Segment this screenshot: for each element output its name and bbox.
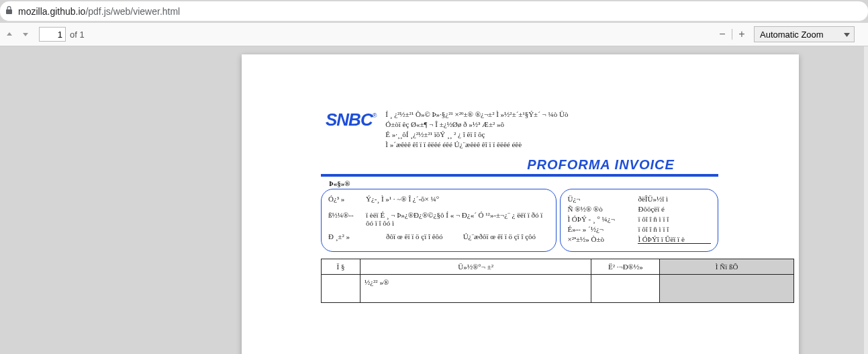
title-bars — [242, 174, 799, 177]
page-number-input[interactable] — [39, 27, 66, 42]
shipdate-label: Ì ÓÞÝ - ¸ ° ¼¿¬ — [567, 215, 638, 223]
chevron-down-icon — [844, 31, 850, 38]
shipdate-value: ï ôî î ñ ì ï î — [638, 215, 711, 223]
url-text[interactable]: mozilla.github.io/pdf.js/web/viewer.html — [18, 5, 180, 17]
next-page-button[interactable] — [17, 26, 34, 42]
order-value: Ðôöçëï é — [638, 205, 711, 213]
buyer-label: Þ«§»® — [329, 179, 799, 187]
invoice-header: SNBC® Í ¸ ¿²½±²¹ Ò»© Þ»·§¿²¹ ×²º±® ®¿¬±²… — [242, 54, 799, 149]
total-header: Ì Ñï ßÔ — [660, 259, 794, 275]
buyer-phone-value: ðôï œ êï ï ö çï î êôó — [386, 232, 443, 240]
zoom-select[interactable]: Automatic Zoom — [754, 26, 855, 42]
vertical-scrollbar[interactable] — [864, 46, 868, 354]
price-cell — [591, 275, 660, 303]
buyer-fax-value: Ú¿¨æðôï œ êï ï ö çï î çôó — [463, 232, 536, 240]
pdf-toolbar: of 1 − + Automatic Zoom — [0, 23, 868, 46]
buyer-name-value: Ý¿-¸ Ì »¹ · ~® Î ¿´-õ× ¼° — [366, 195, 549, 203]
date-value: ðëÎÜ»½î ì — [638, 195, 711, 203]
zoom-in-button[interactable]: + — [734, 26, 750, 42]
lock-icon — [5, 6, 13, 16]
vessel-label: É»-- » ´½¿¬ — [567, 225, 638, 233]
pdf-page: SNBC® Í ¸ ¿²½±²¹ Ò»© Þ»·§¿²¹ ×²º±® ®¿¬±²… — [242, 54, 799, 354]
desc-header: Ü»­½®°¬ ±² — [360, 259, 591, 275]
company-logo: SNBC® — [326, 109, 376, 130]
desc-cell: ­½¿²² »® — [360, 275, 591, 303]
buyer-info-box: Ó¿³ » Ý¿-¸ Ì »¹ · ~® Î ¿´-õ× ¼° ß½¼®-- ï… — [321, 189, 557, 252]
table-header-row: Ï § Ü»­½®°¬ ±² Ë² ·¬Ð®½» Ì Ñï ßÔ — [322, 259, 794, 275]
zoom-controls: − + Automatic Zoom — [714, 26, 855, 42]
vessel-value: ï ôî î ñ ì ï î — [638, 225, 711, 233]
buyer-address-label: ß½¼®-- — [328, 211, 366, 219]
prev-page-button[interactable] — [1, 26, 17, 42]
invoice-meta-box: Ü¿¬ ðëÎÜ»½î ì Ñ ®½® ®ò Ðôöçëï é Ì ÓÞÝ - … — [560, 189, 718, 252]
zoom-select-label: Automatic Zoom — [760, 30, 824, 40]
total-cell — [660, 275, 794, 303]
date-label: Ü¿¬ — [567, 195, 638, 203]
qty-cell — [322, 275, 360, 303]
invoice-no-label: ×²ª±½» Ò±ò — [567, 235, 638, 244]
qty-header: Ï § — [322, 259, 360, 275]
company-header-text: Í ¸ ¿²½±²¹ Ò»© Þ»·§¿²¹ ×²º±® ®¿¬±² Ì »½²… — [385, 109, 568, 149]
order-label: Ñ ®½® ®ò — [567, 205, 638, 213]
browser-address-bar: mozilla.github.io/pdf.js/web/viewer.html — [0, 1, 868, 21]
line-items-table: Ï § Ü»­½®°¬ ±² Ë² ·¬Ð®½» Ì Ñï ßÔ ­½¿²² »… — [321, 259, 794, 303]
zoom-out-button[interactable]: − — [714, 26, 730, 42]
info-boxes-row: Ó¿³ » Ý¿-¸ Ì »¹ · ~® Î ¿´-õ× ¼° ß½¼®-- ï… — [242, 189, 799, 252]
buyer-address-value: ï èëï É ¸ ¬ Þ»¿®Ð¿®©¿§ô Í « ¬ Ð¿«´ Ó ¹²»… — [366, 211, 549, 227]
table-row: ­½¿²² »® — [322, 275, 794, 303]
pdf-viewer-area[interactable]: SNBC® Í ¸ ¿²½±²¹ Ò»© Þ»·§¿²¹ ×²º±® ®¿¬±²… — [0, 46, 868, 354]
invoice-title: PROFORMA INVOICE — [403, 157, 799, 173]
page-count-label: of 1 — [70, 30, 85, 40]
invoice-no-value: Ì ÓÞÝî ï Ûëï ï è — [638, 235, 711, 244]
buyer-phone-label: Ð ¸±² » — [328, 232, 366, 240]
zoom-divider — [732, 29, 732, 40]
price-header: Ë² ·¬Ð®½» — [591, 259, 660, 275]
buyer-name-label: Ó¿³ » — [328, 195, 366, 203]
